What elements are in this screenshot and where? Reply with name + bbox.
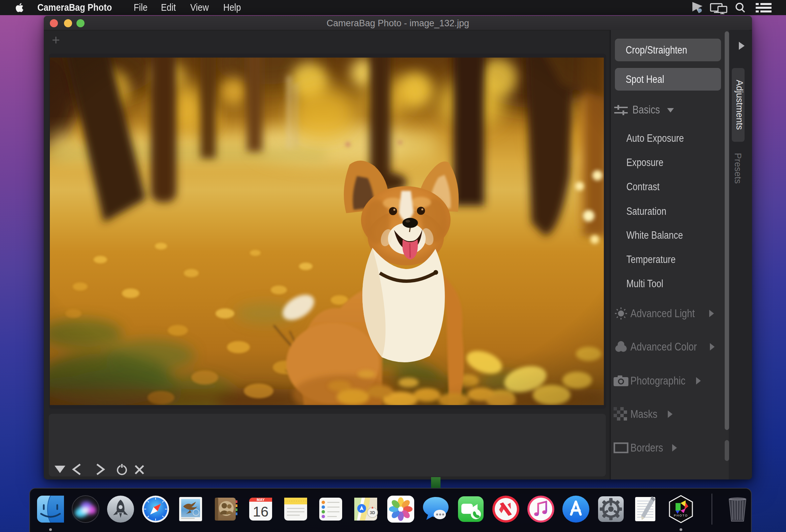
svg-text:PHOTO: PHOTO xyxy=(674,514,688,517)
svg-text:16: 16 xyxy=(253,504,269,519)
svg-text:3D: 3D xyxy=(370,510,375,515)
svg-text:MAY: MAY xyxy=(257,498,265,502)
